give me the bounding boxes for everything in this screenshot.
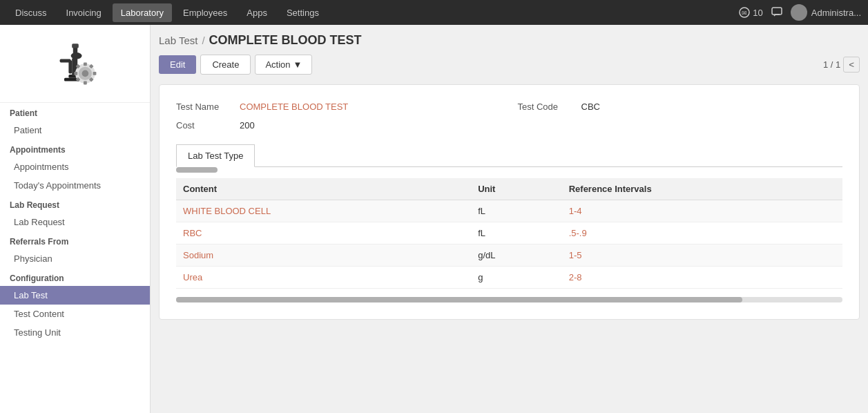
- svg-rect-14: [84, 62, 87, 66]
- main-layout: Patient Patient Appointments Appointment…: [0, 25, 868, 413]
- sidebar-section-referrals: Referrals From: [0, 231, 150, 249]
- edit-button[interactable]: Edit: [159, 55, 196, 74]
- cell-reference: 1-5: [562, 244, 842, 267]
- sidebar-item-physician[interactable]: Physician: [0, 249, 150, 268]
- nav-laboratory[interactable]: Laboratory: [113, 3, 172, 22]
- table-row[interactable]: RBCfL.5-.9: [176, 222, 842, 244]
- cell-reference: .5-.9: [562, 222, 842, 244]
- cell-unit: fL: [471, 222, 562, 244]
- breadcrumb: Lab Test / COMPLETE BLOOD TEST: [159, 33, 860, 48]
- cost-value: 200: [240, 120, 255, 131]
- notification-icon[interactable]: ✉ 10: [739, 7, 762, 18]
- nav-discuss[interactable]: Discuss: [7, 3, 55, 22]
- cell-unit: fL: [471, 200, 562, 222]
- sidebar-item-appointments[interactable]: Appointments: [0, 157, 150, 176]
- cost-label: Cost: [176, 120, 231, 131]
- field-test-code: Test Code CBC: [518, 102, 843, 112]
- svg-rect-16: [74, 72, 77, 75]
- col-unit: Unit: [471, 178, 562, 200]
- tab-scrollbar: [176, 167, 842, 173]
- form-fields: Test Name COMPLETE BLOOD TEST Test Code …: [176, 102, 842, 131]
- svg-rect-2: [772, 8, 782, 15]
- test-code-label: Test Code: [518, 102, 573, 112]
- sidebar-item-test-content[interactable]: Test Content: [0, 305, 150, 323]
- user-menu[interactable]: Administra...: [791, 4, 861, 21]
- nav-items: Discuss Invoicing Laboratory Employees A…: [7, 3, 739, 22]
- svg-text:✉: ✉: [742, 10, 747, 17]
- chat-icon[interactable]: [771, 6, 782, 19]
- cell-content[interactable]: RBC: [176, 222, 471, 244]
- action-button[interactable]: Action ▼: [255, 55, 312, 75]
- sidebar-item-testing-unit[interactable]: Testing Unit: [0, 323, 150, 342]
- action-arrow-icon: ▼: [293, 59, 302, 70]
- field-cost: Cost 200: [176, 120, 501, 131]
- sidebar: Patient Patient Appointments Appointment…: [0, 25, 151, 413]
- sidebar-section-configuration: Configuration: [0, 268, 150, 286]
- breadcrumb-separator: /: [202, 35, 204, 46]
- tab-scrollbar-thumb[interactable]: [176, 167, 218, 173]
- svg-rect-17: [93, 72, 96, 75]
- svg-rect-8: [72, 44, 79, 48]
- table-row[interactable]: WHITE BLOOD CELLfL1-4: [176, 200, 842, 222]
- field-test-name: Test Name COMPLETE BLOOD TEST: [176, 102, 501, 112]
- nav-employees[interactable]: Employees: [175, 3, 235, 22]
- sidebar-section-lab-request: Lab Request: [0, 195, 150, 213]
- top-nav: Discuss Invoicing Laboratory Employees A…: [0, 0, 868, 25]
- breadcrumb-parent[interactable]: Lab Test: [159, 35, 197, 46]
- pagination-text: 1 / 1: [823, 59, 840, 70]
- cell-unit: g: [471, 267, 562, 289]
- app-logo-icon: [48, 36, 103, 91]
- tab-bar: Lab Test Type: [176, 144, 842, 167]
- tab-lab-test-type[interactable]: Lab Test Type: [176, 144, 255, 167]
- cell-content[interactable]: WHITE BLOOD CELL: [176, 200, 471, 222]
- pagination-prev-button[interactable]: <: [843, 57, 860, 73]
- col-content: Content: [176, 178, 471, 200]
- cell-reference: 2-8: [562, 267, 842, 289]
- table-row[interactable]: Sodiumg/dL1-5: [176, 244, 842, 267]
- toolbar: Edit Create Action ▼ 1 / 1 <: [159, 55, 860, 75]
- user-label: Administra...: [811, 8, 861, 18]
- sidebar-item-lab-test[interactable]: Lab Test: [0, 286, 150, 305]
- breadcrumb-current: COMPLETE BLOOD TEST: [209, 33, 362, 48]
- cell-unit: g/dL: [471, 244, 562, 267]
- nav-apps[interactable]: Apps: [238, 3, 276, 22]
- table-row[interactable]: Ureag2-8: [176, 267, 842, 289]
- test-name-value: COMPLETE BLOOD TEST: [240, 102, 348, 112]
- col-reference: Reference Intervals: [562, 178, 842, 200]
- sidebar-item-patient[interactable]: Patient: [0, 121, 150, 140]
- sidebar-item-lab-request[interactable]: Lab Request: [0, 213, 150, 231]
- table-scrollbar-thumb[interactable]: [176, 297, 742, 302]
- avatar: [791, 4, 807, 21]
- sidebar-section-appointments: Appointments: [0, 140, 150, 157]
- lab-test-table: Content Unit Reference Intervals WHITE B…: [176, 178, 842, 289]
- top-nav-right: ✉ 10 Administra...: [739, 4, 861, 21]
- main-content: Lab Test / COMPLETE BLOOD TEST Edit Crea…: [151, 25, 868, 413]
- sidebar-item-todays-appointments[interactable]: Today's Appointments: [0, 176, 150, 195]
- pagination: 1 / 1 <: [823, 57, 860, 73]
- sidebar-section-patient: Patient: [0, 103, 150, 121]
- svg-rect-10: [59, 59, 70, 63]
- cell-content[interactable]: Sodium: [176, 244, 471, 267]
- cell-content[interactable]: Urea: [176, 267, 471, 289]
- cell-reference: 1-4: [562, 200, 842, 222]
- action-label: Action: [265, 59, 290, 70]
- notification-count: 10: [753, 8, 762, 18]
- nav-invoicing[interactable]: Invoicing: [58, 3, 110, 22]
- nav-settings[interactable]: Settings: [278, 3, 327, 22]
- create-button[interactable]: Create: [200, 55, 251, 75]
- test-code-value: CBC: [581, 102, 600, 112]
- test-name-label: Test Name: [176, 102, 231, 112]
- sidebar-logo: [0, 25, 150, 103]
- table-scrollbar: [176, 297, 842, 302]
- svg-point-13: [81, 70, 88, 77]
- svg-rect-15: [84, 81, 87, 85]
- record-card: Test Name COMPLETE BLOOD TEST Test Code …: [159, 84, 860, 320]
